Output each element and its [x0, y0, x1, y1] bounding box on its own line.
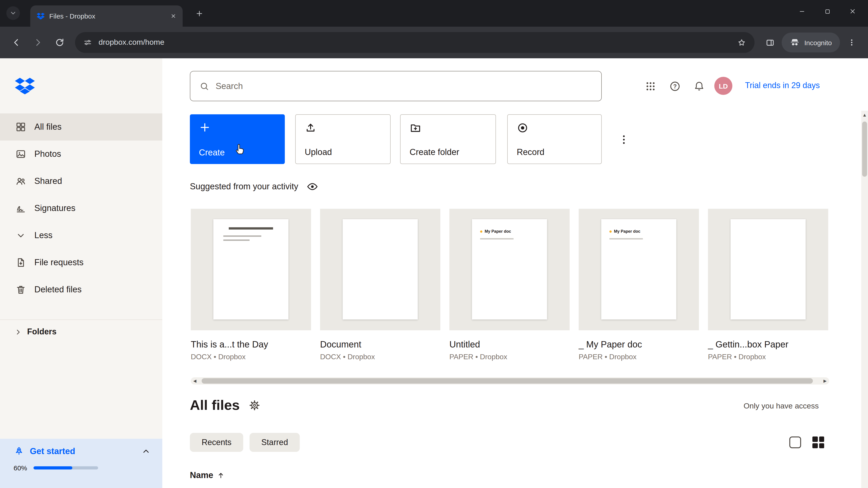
filter-starred[interactable]: Starred — [250, 433, 300, 452]
tab-close-icon[interactable] — [170, 13, 176, 19]
horizontal-scrollbar[interactable]: ◀ ▶ — [191, 377, 829, 385]
trial-link[interactable]: Trial ends in 29 days — [745, 81, 820, 90]
sidebar-nav: All files Photos Shared — [0, 113, 162, 303]
window-maximize-button[interactable] — [815, 0, 840, 23]
tab-title: Files - Dropbox — [49, 12, 166, 20]
browser-tab[interactable]: Files - Dropbox — [30, 5, 183, 27]
window-close-button[interactable] — [840, 0, 865, 23]
file-meta: PAPER • Dropbox — [708, 353, 828, 361]
search-input[interactable] — [216, 81, 592, 91]
create-folder-label: Create folder — [410, 147, 459, 157]
url-text[interactable]: dropbox.com/home — [98, 38, 731, 47]
forward-button[interactable] — [28, 33, 48, 53]
plus-icon — [199, 122, 211, 133]
back-button[interactable] — [6, 33, 26, 53]
horizontal-scrollbar-thumb[interactable] — [202, 378, 813, 384]
dropbox-app: All files Photos Shared — [0, 58, 868, 488]
record-button[interactable]: Record — [507, 114, 602, 164]
sidebar-item-file-requests[interactable]: File requests — [0, 249, 162, 276]
folder-plus-icon — [410, 122, 421, 134]
file-card[interactable]: My Paper doc Untitled PAPER • Dropbox — [450, 209, 569, 361]
record-icon — [517, 122, 528, 134]
file-title: This is a...t the Day — [191, 339, 311, 350]
select-all-checkbox[interactable] — [789, 436, 801, 448]
create-folder-button[interactable]: Create folder — [400, 114, 496, 164]
folders-label: Folders — [27, 327, 57, 337]
window-minimize-button[interactable] — [789, 0, 815, 23]
bookmark-star-icon[interactable] — [737, 38, 746, 47]
access-text: Only you have access — [743, 402, 819, 411]
reload-button[interactable] — [50, 33, 70, 53]
grid-view-toggle-icon[interactable] — [812, 436, 824, 448]
incognito-icon — [790, 37, 800, 47]
upload-label: Upload — [305, 147, 332, 157]
browser-menu-button[interactable] — [842, 33, 862, 53]
upload-button[interactable]: Upload — [295, 114, 391, 164]
upload-icon — [305, 122, 316, 134]
vertical-scrollbar[interactable]: ▲ — [861, 111, 868, 488]
file-title: _ Gettin...box Paper — [708, 339, 828, 350]
file-thumbnail — [191, 209, 311, 330]
get-started-banner[interactable]: Get started 60% — [0, 439, 162, 488]
sidebar-item-signatures[interactable]: Signatures — [0, 195, 162, 222]
file-title: Document — [320, 339, 440, 350]
sidebar-item-photos[interactable]: Photos — [0, 140, 162, 168]
file-meta: PAPER • Dropbox — [579, 353, 699, 361]
plus-icon — [195, 9, 204, 18]
sidebar-item-label: All files — [34, 122, 61, 132]
site-settings-icon[interactable] — [83, 38, 92, 47]
progress-percent: 60% — [13, 464, 27, 472]
sidebar-item-all-files[interactable]: All files — [0, 113, 162, 140]
sidebar-item-label: Less — [34, 230, 53, 240]
file-title: Untitled — [450, 339, 569, 350]
record-label: Record — [517, 147, 545, 157]
eye-icon[interactable] — [306, 181, 318, 193]
mouse-cursor — [234, 142, 247, 157]
address-bar[interactable]: dropbox.com/home — [75, 32, 754, 53]
filter-chips: Recents Starred — [190, 433, 300, 452]
suggested-section-header: Suggested from your activity — [190, 181, 318, 193]
file-card[interactable]: This is a...t the Day DOCX • Dropbox — [191, 209, 311, 361]
get-started-label[interactable]: Get started — [30, 447, 142, 456]
sidebar-item-label: Signatures — [34, 203, 75, 213]
name-header-label: Name — [190, 470, 213, 480]
rocket-icon — [13, 446, 24, 457]
chevron-up-icon[interactable] — [142, 447, 151, 456]
sidebar-item-less[interactable]: Less — [0, 222, 162, 249]
scroll-right-arrow[interactable]: ▶ — [821, 377, 829, 385]
chevron-right-icon — [13, 327, 23, 336]
help-icon[interactable]: ? — [669, 80, 681, 92]
svg-text:?: ? — [673, 83, 676, 89]
sidebar-item-shared[interactable]: Shared — [0, 168, 162, 195]
bullet-dot — [610, 230, 612, 232]
chevron-down-icon — [15, 230, 27, 241]
filter-recents[interactable]: Recents — [190, 433, 243, 452]
dropbox-logo[interactable] — [15, 77, 35, 95]
sidebar-item-deleted-files[interactable]: Deleted files — [0, 276, 162, 303]
avatar[interactable]: LD — [714, 77, 733, 95]
progress-bar-fill — [33, 466, 72, 469]
progress-bar — [33, 466, 98, 469]
gear-icon[interactable] — [249, 399, 261, 412]
file-request-icon — [15, 257, 27, 268]
new-tab-button[interactable] — [193, 7, 206, 20]
apps-grid-icon[interactable] — [644, 80, 656, 92]
file-card[interactable]: Document DOCX • Dropbox — [320, 209, 440, 361]
sidebar-item-label: Deleted files — [34, 285, 82, 295]
sidebar-item-label: Photos — [34, 149, 61, 159]
scroll-up-arrow[interactable]: ▲ — [861, 113, 868, 117]
notifications-bell-icon[interactable] — [693, 80, 705, 92]
search-bar[interactable] — [190, 71, 602, 101]
file-card[interactable]: My Paper doc _ My Paper doc PAPER • Drop… — [579, 209, 699, 361]
more-actions-button[interactable] — [617, 130, 631, 150]
name-column-header[interactable]: Name — [190, 470, 225, 480]
file-thumbnail — [708, 209, 828, 330]
all-files-icon — [15, 121, 27, 133]
vertical-scrollbar-thumb[interactable] — [862, 122, 867, 177]
sidebar-folders-toggle[interactable]: Folders — [0, 320, 162, 337]
suggested-heading: Suggested from your activity — [190, 182, 298, 192]
side-panel-icon[interactable] — [760, 33, 780, 53]
tab-search-button[interactable] — [6, 6, 20, 20]
file-card[interactable]: _ Gettin...box Paper PAPER • Dropbox — [708, 209, 828, 361]
scroll-left-arrow[interactable]: ◀ — [191, 377, 199, 385]
